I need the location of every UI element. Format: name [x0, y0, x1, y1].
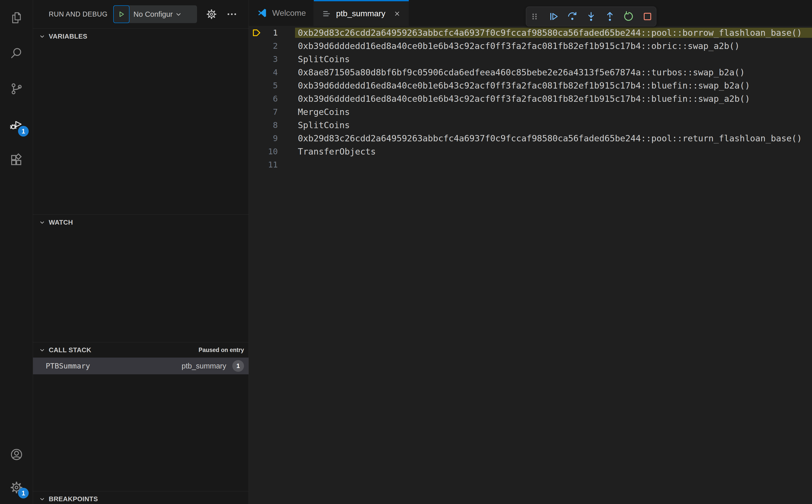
line-text: 0xb29d83c26cdd2a64959263abbcfc4a6937f0c9…	[295, 28, 812, 38]
section-label: VARIABLES	[49, 32, 87, 40]
tab-label: ptb_summary	[336, 9, 385, 18]
activity-item-run-and-debug[interactable]: 1	[0, 107, 33, 142]
line-text: MergeCoins	[295, 107, 812, 117]
code-line[interactable]: 11	[249, 158, 812, 171]
call-stack-section: CALL STACK Paused on entry PTBSummary pt…	[33, 342, 248, 491]
ellipsis-icon	[226, 8, 238, 20]
debug-gear-button[interactable]	[206, 8, 217, 20]
step-out-icon	[604, 11, 616, 22]
code-line[interactable]: 1 0xb29d83c26cdd2a64959263abbcfc4a6937f0…	[249, 26, 812, 39]
step-into-icon	[585, 11, 597, 22]
variables-section-header[interactable]: VARIABLES	[33, 29, 248, 44]
breakpoints-section: BREAKPOINTS	[33, 491, 248, 504]
panel-title: RUN AND DEBUG	[49, 10, 108, 18]
sidebar-header: RUN AND DEBUG No Configur	[33, 0, 248, 28]
watch-section: WATCH	[33, 214, 248, 342]
line-number: 3	[264, 54, 278, 64]
editor-area: Welcome ptb_summary	[249, 0, 812, 504]
code-line[interactable]: 6 0xb39d6dddedd16ed8a40ce0b1e6b43c92acf0…	[249, 92, 812, 105]
line-text: 0xb39d6dddedd16ed8a40ce0b1e6b43c92acf0ff…	[295, 94, 812, 104]
step-out-button[interactable]	[604, 10, 616, 23]
line-number: 6	[264, 94, 278, 104]
activity-item-settings[interactable]: 1	[0, 471, 33, 504]
chevron-down-icon	[38, 495, 46, 503]
line-text: 0xb39d6dddedd16ed8a40ce0b1e6b43c92acf0ff…	[295, 80, 812, 91]
more-actions-button[interactable]	[226, 8, 238, 20]
section-label: CALL STACK	[49, 346, 91, 354]
extensions-icon	[9, 153, 24, 167]
continue-icon	[548, 11, 559, 22]
search-icon	[9, 46, 24, 60]
paused-status-text: Paused on entry	[198, 347, 244, 354]
line-number: 1	[264, 28, 278, 38]
line-text: 0xb39d6dddedd16ed8a40ce0b1e6b43c92acf0ff…	[295, 41, 812, 51]
activity-item-extensions[interactable]	[0, 142, 33, 178]
activity-bar-top: 1	[0, 0, 33, 178]
restart-button[interactable]	[623, 10, 635, 23]
step-over-icon	[567, 11, 578, 22]
frame-badge: 1	[232, 360, 244, 372]
settings-badge: 1	[18, 488, 29, 498]
restart-icon	[623, 11, 635, 22]
vscode-logo-icon	[256, 7, 268, 19]
stop-icon	[642, 11, 653, 22]
section-label: BREAKPOINTS	[49, 495, 98, 503]
line-number: 11	[264, 160, 278, 170]
list-file-icon	[321, 9, 331, 19]
code-line[interactable]: 10 TransferObjects	[249, 145, 812, 158]
line-number: 10	[264, 147, 278, 156]
activity-item-explorer[interactable]	[0, 0, 33, 36]
chevron-down-icon	[38, 32, 46, 40]
tab-label: Welcome	[272, 8, 306, 18]
tab-welcome[interactable]: Welcome	[249, 0, 314, 26]
chevron-down-icon	[38, 218, 46, 226]
line-text: SplitCoins	[295, 120, 812, 130]
close-tab-button[interactable]	[393, 10, 401, 18]
account-icon	[9, 447, 24, 462]
line-text: TransferObjects	[295, 146, 812, 157]
line-number: 5	[264, 81, 278, 90]
call-stack-frame-row[interactable]: PTBSummary ptb_summary 1	[33, 358, 248, 374]
code-line[interactable]: 8 SplitCoins	[249, 119, 812, 132]
step-into-button[interactable]	[585, 10, 597, 23]
activity-item-source-control[interactable]	[0, 71, 33, 107]
line-number: 2	[264, 41, 278, 51]
call-stack-section-header[interactable]: CALL STACK Paused on entry	[33, 342, 248, 358]
section-label: WATCH	[49, 219, 73, 226]
vscode-window: 1	[0, 0, 812, 504]
activity-item-accounts[interactable]	[0, 438, 33, 471]
code-line[interactable]: 9 0xb29d83c26cdd2a64959263abbcfc4a6937f0…	[249, 132, 812, 145]
stop-button[interactable]	[641, 10, 654, 23]
run-and-debug-sidebar: RUN AND DEBUG No Configur	[33, 0, 249, 504]
code-editor[interactable]: 1 0xb29d83c26cdd2a64959263abbcfc4a6937f0…	[249, 26, 812, 504]
toolbar-drag-handle[interactable]	[529, 10, 541, 23]
breakpoints-section-header[interactable]: BREAKPOINTS	[33, 491, 248, 504]
gear-icon	[206, 8, 217, 20]
line-text: 0xb29d83c26cdd2a64959263abbcfc4a6937f0c9…	[295, 133, 812, 143]
line-number: 4	[264, 68, 278, 77]
code-line[interactable]: 2 0xb39d6dddedd16ed8a40ce0b1e6b43c92acf0…	[249, 39, 812, 53]
line-text: SplitCoins	[295, 54, 812, 64]
activity-item-search[interactable]	[0, 36, 33, 71]
continue-button[interactable]	[548, 10, 560, 23]
close-icon	[393, 10, 401, 18]
debug-config-dropdown[interactable]: No Configur	[113, 5, 197, 23]
step-over-button[interactable]	[566, 10, 578, 23]
tab-ptb-summary[interactable]: ptb_summary	[314, 0, 409, 26]
activity-bar: 1	[0, 0, 33, 504]
line-number: 7	[264, 107, 278, 117]
current-frame-pointer-icon	[249, 26, 264, 39]
line-number: 8	[264, 120, 278, 130]
gripper-icon	[529, 11, 541, 22]
start-debugging-button[interactable]	[113, 5, 129, 23]
code-line[interactable]: 3 SplitCoins	[249, 53, 812, 66]
debug-toolbar	[526, 7, 656, 26]
line-text: 0x8ae871505a80d8bf6bf9c05906cda6edfeea46…	[295, 67, 812, 77]
watch-section-header[interactable]: WATCH	[33, 215, 248, 230]
code-line[interactable]: 4 0x8ae871505a80d8bf6bf9c05906cda6edfeea…	[249, 66, 812, 79]
code-line[interactable]: 7 MergeCoins	[249, 105, 812, 119]
variables-section: VARIABLES	[33, 28, 248, 214]
files-icon	[9, 11, 24, 25]
code-line[interactable]: 5 0xb39d6dddedd16ed8a40ce0b1e6b43c92acf0…	[249, 79, 812, 92]
activity-bar-bottom: 1	[0, 438, 33, 504]
